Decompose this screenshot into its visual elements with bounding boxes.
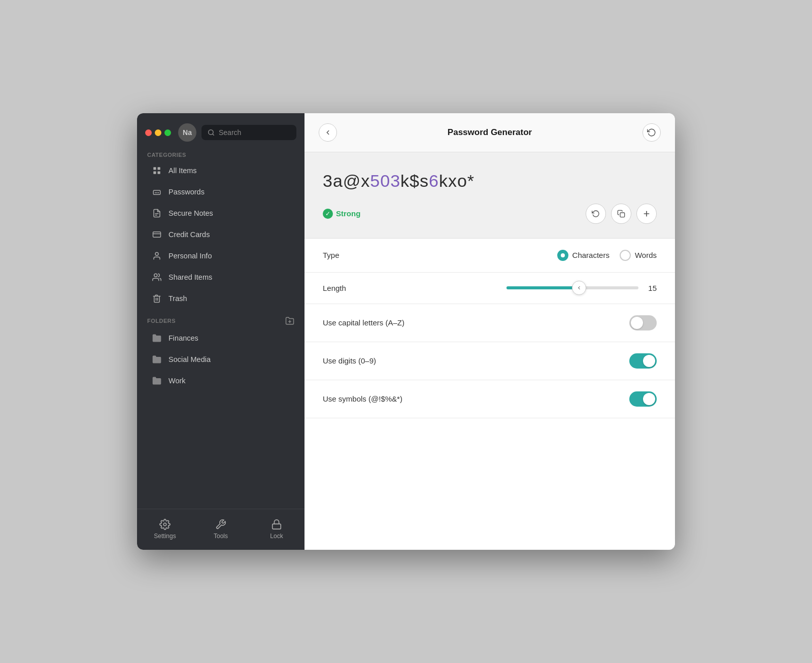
svg-point-15 [154,274,157,277]
folder-icon [151,354,162,365]
password-actions-row: ✓ Strong [323,204,657,224]
sidebar: Na Search Categories All It [137,113,304,550]
search-placeholder: Search [219,128,241,137]
sidebar-item-all-items[interactable]: All Items [141,160,300,181]
sidebar-item-passwords[interactable]: Passwords [141,182,300,202]
avatar[interactable]: Na [178,123,196,142]
svg-point-14 [155,252,158,255]
symbols-toggle[interactable] [629,391,657,407]
type-option-row: Type Characters Words [304,239,675,273]
svg-line-1 [213,134,214,136]
options-area: Type Characters Words Length [304,239,675,550]
digits-option-row: Use digits (0–9) [304,342,675,380]
copy-button[interactable] [611,204,631,224]
main-content: Password Generator 3a@x503k$s6kxo* ✓ St [304,113,675,550]
traffic-lights [145,129,171,136]
toggle-thumb-capital [631,317,643,329]
trash-label: Trash [168,294,187,303]
history-button[interactable] [642,123,661,142]
capital-letters-option-row: Use capital letters (A–Z) [304,304,675,342]
capital-letters-toggle[interactable] [629,315,657,330]
password-segment-2: 503 [370,171,400,190]
shared-items-label: Shared Items [168,273,212,281]
strength-text: Strong [336,209,360,218]
type-label: Type [323,251,557,259]
slider-track[interactable] [506,286,638,289]
type-radio-group: Characters Words [557,250,657,261]
words-radio-circle [620,250,631,261]
add-button[interactable] [636,204,657,224]
svg-rect-5 [158,172,160,174]
sidebar-item-shared-items[interactable]: Shared Items [141,267,300,287]
back-button[interactable] [319,123,337,142]
search-icon [208,129,215,136]
svg-rect-21 [273,524,281,529]
main-header: Password Generator [304,113,675,152]
folders-label: Folders [147,318,176,324]
words-radio[interactable]: Words [620,250,657,261]
note-icon [151,208,162,219]
work-label: Work [168,377,186,385]
page-title: Password Generator [337,127,642,138]
sidebar-item-work[interactable]: Work [141,371,300,391]
sidebar-item-credit-cards[interactable]: Credit Cards [141,224,300,245]
categories-label: Categories [137,148,304,160]
app-window: Na Search Categories All It [137,113,675,550]
wrench-icon [215,518,227,531]
password-segment-4: 6 [429,171,439,190]
search-bar[interactable]: Search [201,125,296,140]
password-display-area: 3a@x503k$s6kxo* ✓ Strong [304,152,675,239]
svg-point-7 [155,192,156,193]
all-items-label: All Items [168,167,197,175]
close-button[interactable] [145,129,152,136]
settings-label: Settings [154,533,176,540]
maximize-button[interactable] [164,129,171,136]
symbols-option-row: Use symbols (@!$%&*) [304,380,675,418]
slider-thumb[interactable] [572,281,586,295]
length-label: Length [323,284,506,292]
toggle-thumb-symbols [643,393,655,405]
svg-rect-22 [620,213,625,217]
secure-notes-label: Secure Notes [168,209,213,217]
svg-point-20 [163,523,166,526]
sidebar-item-trash[interactable]: Trash [141,288,300,309]
svg-rect-3 [158,167,160,170]
lock-button[interactable]: Lock [249,513,304,545]
digits-label: Use digits (0–9) [323,356,629,365]
svg-rect-4 [153,172,156,174]
symbols-label: Use symbols (@!$%&*) [323,394,629,403]
password-segment-1: 3a@x [323,171,370,190]
tools-label: Tools [214,533,228,540]
words-label: Words [635,251,657,259]
credit-cards-label: Credit Cards [168,230,210,239]
length-option-row: Length 15 [304,273,675,304]
sidebar-item-personal-info[interactable]: Personal Info [141,246,300,266]
people-icon [151,272,162,283]
tools-button[interactable]: Tools [193,513,249,545]
card-icon [151,229,162,240]
action-buttons [586,204,657,224]
characters-radio-circle [557,250,568,261]
strength-badge: ✓ Strong [323,209,360,219]
strength-icon: ✓ [323,209,333,219]
gear-icon [159,518,171,531]
generated-password: 3a@x503k$s6kxo* [323,171,657,191]
settings-button[interactable]: Settings [137,513,193,545]
minimize-button[interactable] [155,129,161,136]
capital-letters-label: Use capital letters (A–Z) [323,318,629,327]
characters-label: Characters [572,251,610,259]
add-folder-button[interactable] [285,316,294,325]
sidebar-item-secure-notes[interactable]: Secure Notes [141,203,300,223]
sidebar-item-finances[interactable]: Finances [141,328,300,348]
regenerate-button[interactable] [586,204,606,224]
digits-toggle[interactable] [629,353,657,369]
folders-header: Folders [137,309,304,327]
toggle-thumb-digits [643,355,655,367]
lock-label: Lock [270,533,283,540]
characters-radio[interactable]: Characters [557,250,610,261]
sidebar-item-social-media[interactable]: Social Media [141,349,300,370]
social-media-label: Social Media [168,355,211,363]
folder-icon [151,375,162,386]
sidebar-footer: Settings Tools [137,509,304,550]
svg-point-8 [156,192,157,193]
